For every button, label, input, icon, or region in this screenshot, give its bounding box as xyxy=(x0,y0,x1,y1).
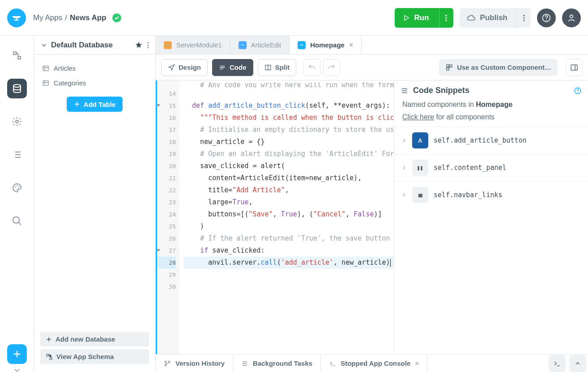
add-table-button[interactable]: Add Table xyxy=(67,97,123,112)
add-db-label: Add new Database xyxy=(55,335,115,343)
code-tab-button[interactable]: Code xyxy=(212,59,253,76)
svg-rect-19 xyxy=(43,80,48,85)
cloud-icon xyxy=(467,13,476,22)
plus-icon xyxy=(46,336,52,342)
svg-point-16 xyxy=(147,44,149,46)
svg-point-1 xyxy=(445,17,447,19)
run-button[interactable]: Run xyxy=(395,8,439,28)
design-label: Design xyxy=(179,63,201,71)
component-icon xyxy=(445,63,453,72)
snippet-name: self.content_panel xyxy=(434,164,507,172)
list-icon[interactable] xyxy=(401,87,409,95)
undo-button[interactable] xyxy=(303,59,320,76)
snippet-item[interactable]: ≣self.navbar_links xyxy=(394,181,588,208)
run-more-button[interactable] xyxy=(439,8,453,28)
publish-button[interactable]: Publish xyxy=(460,8,516,28)
help-icon[interactable] xyxy=(574,87,582,95)
editor-tab[interactable]: ArticleEdit xyxy=(230,36,290,54)
console-label: Stopped App Console xyxy=(341,359,410,367)
publish-label: Publish xyxy=(480,13,507,22)
snippets-sublink: Click here for all components xyxy=(394,111,588,127)
snippet-item[interactable]: Aself.add_article_button xyxy=(394,127,588,154)
code-editor[interactable]: 1415161718192021222324252627282930 # Any… xyxy=(156,80,394,354)
saved-check-icon xyxy=(112,13,121,22)
svg-rect-27 xyxy=(241,45,243,46)
rail-settings[interactable] xyxy=(7,112,27,131)
rail-search[interactable] xyxy=(7,211,27,231)
use-custom-component-button[interactable]: Use as Custom Component… xyxy=(439,59,558,76)
snippet-item[interactable]: ⫿⫿self.content_panel xyxy=(394,154,588,181)
help-button[interactable] xyxy=(537,8,556,27)
design-tab-button[interactable]: Design xyxy=(161,59,208,76)
breadcrumb-root[interactable]: My Apps xyxy=(33,13,62,22)
svg-point-11 xyxy=(14,186,16,188)
code-label: Code xyxy=(230,63,247,71)
table-item[interactable]: Articles xyxy=(40,61,149,76)
expand-panel-button[interactable] xyxy=(569,355,586,372)
editor-tab[interactable]: Homepage× xyxy=(290,36,362,54)
component-icon: ≣ xyxy=(412,187,428,203)
rail-expand-icon[interactable] xyxy=(13,366,21,372)
component-icon: ⫿⫿ xyxy=(412,160,428,176)
left-rail xyxy=(0,36,34,372)
close-icon[interactable]: × xyxy=(415,359,419,367)
terminal-icon xyxy=(553,359,561,368)
svg-point-14 xyxy=(13,217,19,223)
help-icon xyxy=(542,13,551,22)
code-snippets-panel: Code Snippets Named components in Homepa… xyxy=(394,80,588,354)
rail-app[interactable] xyxy=(7,46,27,65)
terminal-icon xyxy=(329,360,336,367)
svg-point-15 xyxy=(147,42,149,43)
tasks-icon xyxy=(241,360,248,367)
version-history-tab[interactable]: Version History xyxy=(156,355,233,372)
editor-tab[interactable]: ServerModule1 xyxy=(156,36,230,54)
svg-point-10 xyxy=(16,120,18,123)
svg-rect-21 xyxy=(50,357,52,359)
plus-icon xyxy=(74,101,80,107)
form-icon xyxy=(164,41,172,49)
table-item[interactable]: Categories xyxy=(40,76,149,90)
svg-rect-26 xyxy=(241,44,243,45)
chevron-down-icon[interactable] xyxy=(40,42,47,49)
database-title: Default Database xyxy=(51,41,135,50)
add-database-button[interactable]: Add new Database xyxy=(40,332,149,347)
click-here-link[interactable]: Click here xyxy=(402,113,434,121)
svg-point-5 xyxy=(523,19,525,21)
tab-label: Homepage xyxy=(310,41,345,49)
close-icon[interactable]: × xyxy=(349,41,353,49)
split-tab-button[interactable]: Split xyxy=(258,59,297,76)
component-icon: A xyxy=(412,132,428,148)
panel-kebab[interactable] xyxy=(147,42,149,48)
rail-database[interactable] xyxy=(7,79,27,98)
breadcrumb-app-name[interactable]: News App xyxy=(70,13,107,22)
anvil-logo[interactable] xyxy=(7,8,26,27)
svg-point-39 xyxy=(165,364,166,366)
redo-button[interactable] xyxy=(323,59,340,76)
play-icon xyxy=(403,14,410,21)
svg-point-38 xyxy=(165,361,166,362)
table-name: Articles xyxy=(54,64,76,72)
branch-icon xyxy=(164,360,171,367)
open-terminal-button[interactable] xyxy=(549,355,566,372)
rail-list[interactable] xyxy=(7,145,27,165)
svg-rect-23 xyxy=(167,44,169,45)
publish-more-button[interactable] xyxy=(516,8,531,28)
toggle-side-panel-button[interactable] xyxy=(566,59,583,76)
run-label: Run xyxy=(414,13,429,22)
table-icon xyxy=(42,80,49,87)
svg-rect-24 xyxy=(167,45,169,46)
console-tab[interactable]: Stopped App Console × xyxy=(321,355,427,372)
star-icon[interactable] xyxy=(135,41,143,49)
account-button[interactable] xyxy=(562,8,581,27)
rail-add-button[interactable] xyxy=(7,344,27,364)
kebab-icon xyxy=(147,42,149,48)
table-name: Categories xyxy=(54,79,86,87)
editor-tabs: ServerModule1ArticleEditHomepage× xyxy=(156,36,588,55)
background-tasks-tab[interactable]: Background Tasks xyxy=(233,355,321,372)
view-schema-button[interactable]: View App Schema xyxy=(40,349,149,364)
rail-theme[interactable] xyxy=(7,178,27,198)
search-icon xyxy=(12,216,22,226)
snippet-name: self.add_article_button xyxy=(434,136,527,144)
svg-rect-34 xyxy=(447,68,449,70)
code-content[interactable]: # Any code you write here will run when … xyxy=(179,80,394,354)
